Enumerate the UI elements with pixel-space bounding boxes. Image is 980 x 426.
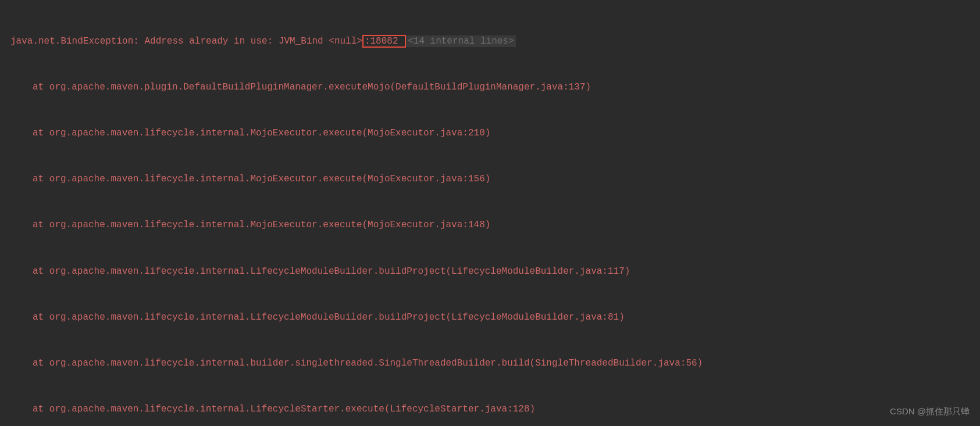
exception-text: java.net.BindException: Address already … xyxy=(10,36,362,46)
watermark-text: CSDN @抓住那只蝉 xyxy=(890,404,970,419)
stack-trace-line: at org.apache.maven.lifecycle.internal.M… xyxy=(0,126,980,141)
stack-trace-line: at org.apache.maven.plugin.DefaultBuildP… xyxy=(0,80,980,95)
stack-trace-line: at org.apache.maven.lifecycle.internal.b… xyxy=(0,356,980,371)
internal-lines-fold[interactable]: <14 internal lines> xyxy=(406,35,515,47)
exception-header: java.net.BindException: Address already … xyxy=(0,34,980,49)
stack-trace-line: at org.apache.maven.lifecycle.internal.L… xyxy=(0,264,980,279)
console-output: java.net.BindException: Address already … xyxy=(0,0,980,426)
stack-trace-line: at org.apache.maven.lifecycle.internal.M… xyxy=(0,171,980,187)
stack-trace-line: at org.apache.maven.lifecycle.internal.L… xyxy=(0,402,980,417)
stack-trace-line: at org.apache.maven.lifecycle.internal.L… xyxy=(0,310,980,325)
port-highlight: :18082 xyxy=(362,35,406,48)
stack-trace-line: at org.apache.maven.lifecycle.internal.M… xyxy=(0,217,980,232)
